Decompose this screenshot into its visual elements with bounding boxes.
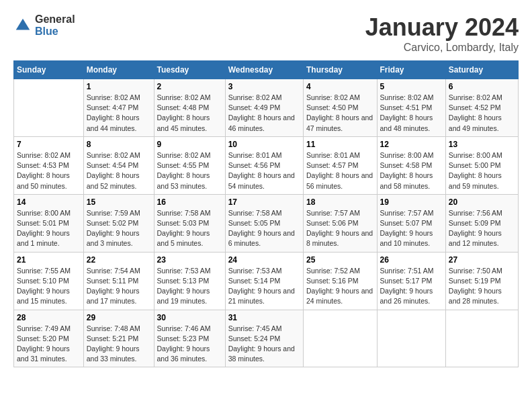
calendar-week-2: 14Sunrise: 8:00 AMSunset: 5:01 PMDayligh… (14, 194, 519, 252)
day-info: Sunrise: 8:01 AMSunset: 4:57 PMDaylight:… (306, 150, 374, 191)
calendar-cell: 8Sunrise: 8:02 AMSunset: 4:54 PMDaylight… (83, 136, 154, 194)
day-number: 14 (17, 197, 81, 207)
day-info: Sunrise: 8:01 AMSunset: 4:56 PMDaylight:… (228, 150, 300, 191)
calendar-cell: 3Sunrise: 8:02 AMSunset: 4:49 PMDaylight… (225, 79, 303, 137)
day-number: 21 (17, 255, 81, 265)
day-number: 8 (87, 140, 151, 149)
day-info: Sunrise: 8:02 AMSunset: 4:47 PMDaylight:… (87, 93, 151, 134)
day-info: Sunrise: 7:55 AMSunset: 5:10 PMDaylight:… (17, 266, 81, 307)
header: General Blue January 2024 Carvico, Lomba… (13, 13, 519, 54)
day-number: 20 (449, 197, 515, 207)
day-info: Sunrise: 8:02 AMSunset: 4:48 PMDaylight:… (157, 93, 222, 134)
day-number: 9 (157, 140, 222, 149)
logo-icon (13, 16, 32, 35)
day-info: Sunrise: 7:53 AMSunset: 5:13 PMDaylight:… (157, 266, 222, 307)
calendar-cell: 31Sunrise: 7:45 AMSunset: 5:24 PMDayligh… (225, 310, 303, 367)
calendar-cell: 29Sunrise: 7:48 AMSunset: 5:21 PMDayligh… (83, 310, 154, 367)
calendar-cell: 18Sunrise: 7:57 AMSunset: 5:06 PMDayligh… (303, 194, 377, 252)
day-info: Sunrise: 7:52 AMSunset: 5:16 PMDaylight:… (306, 266, 374, 307)
calendar-cell: 4Sunrise: 8:02 AMSunset: 4:50 PMDaylight… (303, 79, 377, 137)
calendar-cell (303, 310, 377, 367)
day-number: 22 (87, 255, 151, 265)
day-number: 6 (449, 82, 515, 91)
day-info: Sunrise: 7:53 AMSunset: 5:14 PMDaylight:… (228, 266, 300, 307)
day-number: 30 (157, 313, 222, 322)
day-number: 23 (157, 255, 222, 265)
calendar-cell: 10Sunrise: 8:01 AMSunset: 4:56 PMDayligh… (225, 136, 303, 194)
calendar-cell: 13Sunrise: 8:00 AMSunset: 5:00 PMDayligh… (445, 136, 518, 194)
svg-marker-0 (16, 18, 30, 30)
col-thursday: Thursday (303, 61, 377, 79)
day-info: Sunrise: 7:57 AMSunset: 5:07 PMDaylight:… (380, 208, 443, 249)
calendar-table: Sunday Monday Tuesday Wednesday Thursday… (13, 60, 519, 367)
day-info: Sunrise: 8:02 AMSunset: 4:52 PMDaylight:… (449, 93, 515, 134)
calendar-cell: 27Sunrise: 7:50 AMSunset: 5:19 PMDayligh… (445, 252, 518, 310)
logo-text: General Blue (35, 13, 75, 37)
day-info: Sunrise: 8:02 AMSunset: 4:50 PMDaylight:… (306, 93, 374, 134)
calendar-cell (377, 310, 445, 367)
col-monday: Monday (83, 61, 154, 79)
calendar-cell: 16Sunrise: 7:58 AMSunset: 5:03 PMDayligh… (154, 194, 225, 252)
day-info: Sunrise: 8:02 AMSunset: 4:53 PMDaylight:… (17, 150, 81, 191)
calendar-cell: 5Sunrise: 8:02 AMSunset: 4:51 PMDaylight… (377, 79, 445, 137)
calendar-week-0: 1Sunrise: 8:02 AMSunset: 4:47 PMDaylight… (14, 79, 519, 137)
day-number: 28 (17, 313, 81, 322)
logo-blue: Blue (35, 26, 75, 38)
day-info: Sunrise: 7:56 AMSunset: 5:09 PMDaylight:… (449, 208, 515, 249)
day-info: Sunrise: 7:50 AMSunset: 5:19 PMDaylight:… (449, 266, 515, 307)
day-number: 13 (449, 140, 515, 149)
header-row: Sunday Monday Tuesday Wednesday Thursday… (14, 61, 519, 79)
calendar-cell: 26Sunrise: 7:51 AMSunset: 5:17 PMDayligh… (377, 252, 445, 310)
day-info: Sunrise: 8:00 AMSunset: 5:00 PMDaylight:… (449, 150, 515, 191)
day-info: Sunrise: 7:51 AMSunset: 5:17 PMDaylight:… (380, 266, 443, 307)
calendar-cell: 20Sunrise: 7:56 AMSunset: 5:09 PMDayligh… (445, 194, 518, 252)
day-number: 2 (157, 82, 222, 91)
col-tuesday: Tuesday (154, 61, 225, 79)
calendar-cell (445, 310, 518, 367)
day-number: 11 (306, 140, 374, 149)
calendar-cell: 21Sunrise: 7:55 AMSunset: 5:10 PMDayligh… (14, 252, 84, 310)
day-info: Sunrise: 7:48 AMSunset: 5:21 PMDaylight:… (87, 324, 151, 365)
day-number: 16 (157, 197, 222, 207)
day-number: 4 (306, 82, 374, 91)
day-info: Sunrise: 8:02 AMSunset: 4:51 PMDaylight:… (380, 93, 443, 134)
calendar-cell: 15Sunrise: 7:59 AMSunset: 5:02 PMDayligh… (83, 194, 154, 252)
day-number: 19 (380, 197, 443, 207)
day-number: 25 (306, 255, 374, 265)
day-number: 1 (87, 82, 151, 91)
day-info: Sunrise: 8:02 AMSunset: 4:54 PMDaylight:… (87, 150, 151, 191)
day-info: Sunrise: 8:00 AMSunset: 5:01 PMDaylight:… (17, 208, 81, 249)
calendar-cell: 1Sunrise: 8:02 AMSunset: 4:47 PMDaylight… (83, 79, 154, 137)
calendar-week-4: 28Sunrise: 7:49 AMSunset: 5:20 PMDayligh… (14, 310, 519, 367)
day-info: Sunrise: 7:58 AMSunset: 5:05 PMDaylight:… (228, 208, 300, 249)
day-number: 26 (380, 255, 443, 265)
day-info: Sunrise: 8:02 AMSunset: 4:49 PMDaylight:… (228, 93, 300, 134)
calendar-cell: 14Sunrise: 8:00 AMSunset: 5:01 PMDayligh… (14, 194, 84, 252)
col-saturday: Saturday (445, 61, 518, 79)
day-info: Sunrise: 7:58 AMSunset: 5:03 PMDaylight:… (157, 208, 222, 249)
day-number: 5 (380, 82, 443, 91)
day-number: 7 (17, 140, 81, 149)
day-number: 18 (306, 197, 374, 207)
day-number: 12 (380, 140, 443, 149)
calendar-cell: 22Sunrise: 7:54 AMSunset: 5:11 PMDayligh… (83, 252, 154, 310)
subtitle: Carvico, Lombardy, Italy (365, 42, 519, 54)
calendar-cell: 9Sunrise: 8:02 AMSunset: 4:55 PMDaylight… (154, 136, 225, 194)
day-info: Sunrise: 8:02 AMSunset: 4:55 PMDaylight:… (157, 150, 222, 191)
calendar-cell: 17Sunrise: 7:58 AMSunset: 5:05 PMDayligh… (225, 194, 303, 252)
day-number: 15 (87, 197, 151, 207)
calendar-cell: 2Sunrise: 8:02 AMSunset: 4:48 PMDaylight… (154, 79, 225, 137)
main-title: January 2024 (365, 13, 519, 42)
day-info: Sunrise: 7:54 AMSunset: 5:11 PMDaylight:… (87, 266, 151, 307)
col-sunday: Sunday (14, 61, 84, 79)
day-number: 17 (228, 197, 300, 207)
day-info: Sunrise: 7:46 AMSunset: 5:23 PMDaylight:… (157, 324, 222, 365)
day-number: 27 (449, 255, 515, 265)
day-info: Sunrise: 7:49 AMSunset: 5:20 PMDaylight:… (17, 324, 81, 365)
calendar-header: Sunday Monday Tuesday Wednesday Thursday… (14, 61, 519, 79)
calendar-cell: 7Sunrise: 8:02 AMSunset: 4:53 PMDaylight… (14, 136, 84, 194)
day-info: Sunrise: 7:45 AMSunset: 5:24 PMDaylight:… (228, 324, 300, 365)
calendar-cell: 23Sunrise: 7:53 AMSunset: 5:13 PMDayligh… (154, 252, 225, 310)
logo-general: General (35, 13, 75, 26)
calendar-week-3: 21Sunrise: 7:55 AMSunset: 5:10 PMDayligh… (14, 252, 519, 310)
